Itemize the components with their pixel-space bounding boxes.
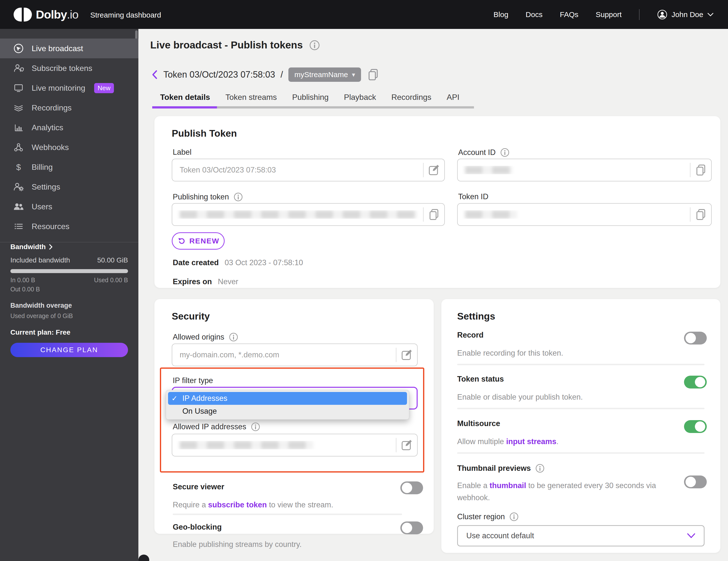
subscribe-tokens-icon xyxy=(13,63,24,74)
sidebar-item-analytics[interactable]: Analytics xyxy=(0,118,138,137)
sidebar-item-subscribe-tokens[interactable]: Subscribe tokens xyxy=(0,58,138,78)
sidebar-item-label: Live broadcast xyxy=(32,44,83,53)
publishing-token-label: Publishing token xyxy=(173,192,243,202)
settings-card: Settings Record Enable recording for thi… xyxy=(441,299,720,553)
chevron-down-icon xyxy=(707,13,714,17)
account-id-field[interactable] xyxy=(457,159,712,181)
edit-icon[interactable] xyxy=(396,439,417,452)
account-id-info-icon[interactable] xyxy=(500,148,510,157)
sidebar-scrollbar[interactable] xyxy=(135,30,138,39)
nav-blog[interactable]: Blog xyxy=(493,10,508,19)
publish-token-card: Publish Token Label Token 03/Oct/2023 07… xyxy=(154,116,720,288)
sidebar-item-webhooks[interactable]: Webhooks xyxy=(0,137,138,157)
option-on-usage[interactable]: On Usage xyxy=(168,405,407,418)
ip-filter-type-label: IP filter type xyxy=(173,376,213,385)
edit-icon[interactable] xyxy=(396,348,417,361)
dolby-logo[interactable]: Dolby.io xyxy=(14,8,78,22)
tab-underline-active xyxy=(152,106,217,108)
input-streams-link[interactable]: input streams xyxy=(506,437,556,446)
sidebar-item-recordings[interactable]: Recordings xyxy=(0,98,138,118)
included-bandwidth-value: 50.00 GiB xyxy=(97,256,128,264)
cluster-region-select[interactable]: Use account default xyxy=(457,525,705,546)
sidebar-item-live-monitoring[interactable]: Live monitoring New xyxy=(0,78,138,98)
user-menu[interactable]: John Doe xyxy=(657,9,714,20)
back-chevron-icon[interactable] xyxy=(151,70,158,80)
copy-icon[interactable] xyxy=(690,164,711,176)
geo-blocking-desc: Enable publishing streams by country. xyxy=(173,538,302,550)
label-field[interactable]: Token 03/Oct/2023 07:58:03 xyxy=(172,159,445,181)
publishing-token-info-icon[interactable] xyxy=(234,192,243,202)
renew-icon xyxy=(177,237,186,245)
geo-blocking-toggle[interactable] xyxy=(400,521,423,534)
publishing-token-field[interactable] xyxy=(172,203,445,226)
allowed-ip-field[interactable] xyxy=(172,434,418,456)
allowed-origins-field[interactable]: my-domain.com, *.demo.com xyxy=(172,344,418,366)
redacted-token-id xyxy=(465,210,517,219)
date-created-label: Date created xyxy=(173,258,219,267)
date-created-value: 03 Oct 2023 - 07:58:10 xyxy=(225,258,303,267)
tab-playback[interactable]: Playback xyxy=(344,93,376,102)
tab-publishing[interactable]: Publishing xyxy=(292,93,329,102)
stream-name-dropdown[interactable]: myStreamName ▾ xyxy=(288,67,361,82)
copy-icon[interactable] xyxy=(690,208,711,221)
nav-docs[interactable]: Docs xyxy=(526,10,542,19)
sidebar-item-resources[interactable]: Resources xyxy=(0,216,138,236)
sidebar-item-label: Users xyxy=(32,202,52,211)
allowed-origins-info-icon[interactable] xyxy=(229,332,238,342)
breadcrumb-token: Token 03/Oct/2023 07:58:03 xyxy=(163,69,275,80)
multisource-toggle[interactable] xyxy=(684,420,707,433)
publish-token-title: Publish Token xyxy=(172,128,237,139)
option-ip-addresses[interactable]: ✓ IP Addresses xyxy=(168,392,407,405)
sidebar-nav: Live broadcast Subscribe tokens Live mon… xyxy=(0,39,138,236)
copy-stream-icon[interactable] xyxy=(366,68,380,81)
thumbnail-toggle[interactable] xyxy=(684,475,707,488)
change-plan-button[interactable]: CHANGE PLAN xyxy=(10,343,128,357)
tab-token-details[interactable]: Token details xyxy=(160,93,210,102)
sidebar-item-label: Analytics xyxy=(32,123,63,132)
thumbnail-info-icon[interactable] xyxy=(535,464,545,473)
resources-icon xyxy=(13,221,24,232)
tab-recordings[interactable]: Recordings xyxy=(391,93,431,102)
sidebar-item-label: Billing xyxy=(32,163,53,172)
record-toggle[interactable] xyxy=(684,332,707,345)
renew-button[interactable]: RENEW xyxy=(172,232,225,250)
copy-icon[interactable] xyxy=(424,208,444,221)
sidebar-item-settings[interactable]: Settings xyxy=(0,177,138,197)
billing-icon: $ xyxy=(13,162,24,172)
main-content: Live broadcast - Publish tokens Token 03… xyxy=(138,29,728,561)
breadcrumb-separator: / xyxy=(280,69,283,80)
edit-icon[interactable] xyxy=(424,164,444,176)
thumbnail-link[interactable]: thumbnail xyxy=(490,481,526,490)
nav-support[interactable]: Support xyxy=(596,10,621,19)
page-title: Live broadcast - Publish tokens xyxy=(150,39,303,51)
cluster-region-info-icon[interactable] xyxy=(509,512,519,521)
select-chevron-icon xyxy=(687,533,695,539)
expires-value: Never xyxy=(218,277,238,286)
breadcrumb: Token 03/Oct/2023 07:58:03 / myStreamNam… xyxy=(151,67,380,82)
live-monitoring-icon xyxy=(13,83,24,93)
tab-api[interactable]: API xyxy=(447,93,460,102)
sidebar-item-live-broadcast[interactable]: Live broadcast xyxy=(0,39,138,58)
tab-underline-track xyxy=(152,106,474,108)
security-card: Security Allowed origins my-domain.com, … xyxy=(154,299,434,534)
tab-token-streams[interactable]: Token streams xyxy=(225,93,277,102)
secure-viewer-toggle[interactable] xyxy=(400,481,423,494)
page-info-icon[interactable] xyxy=(309,40,320,51)
settings-icon xyxy=(13,181,24,192)
sidebar-item-label: Subscribe tokens xyxy=(32,64,92,73)
token-id-field[interactable] xyxy=(457,203,712,226)
sidebar-divider xyxy=(0,242,138,242)
token-status-toggle[interactable] xyxy=(684,376,707,388)
dolby-double-d-icon xyxy=(14,8,32,22)
token-status-label: Token status xyxy=(457,375,504,384)
bandwidth-used: Used 0.00 B xyxy=(94,277,128,284)
thumbnail-desc: Enable a thumbnail to be generated every… xyxy=(457,479,670,504)
label-field-label: Label xyxy=(173,148,192,157)
nav-faqs[interactable]: FAQs xyxy=(560,10,578,19)
allowed-ip-info-icon[interactable] xyxy=(251,422,260,432)
bandwidth-title[interactable]: Bandwidth xyxy=(10,243,128,251)
subscribe-token-link[interactable]: subscribe token xyxy=(208,500,267,509)
sidebar-item-label: Resources xyxy=(32,222,69,231)
sidebar-item-users[interactable]: Users xyxy=(0,197,138,216)
sidebar-item-billing[interactable]: $ Billing xyxy=(0,157,138,177)
